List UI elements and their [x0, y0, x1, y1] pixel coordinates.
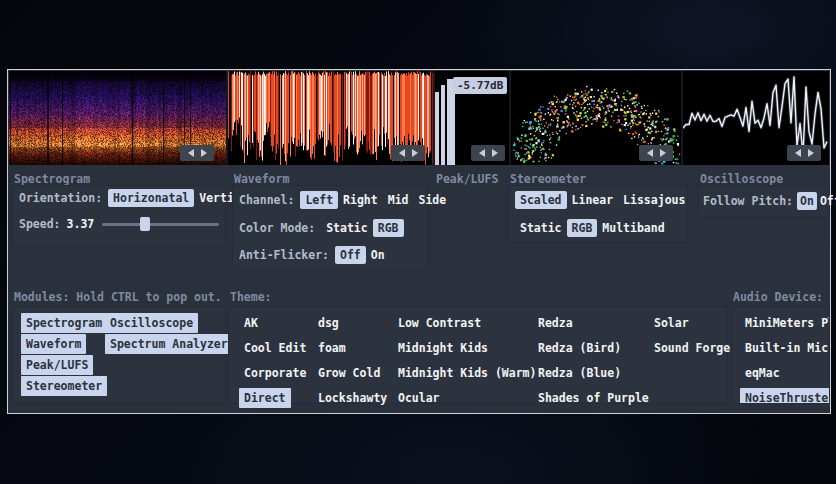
theme-item-lockshawty[interactable]: Lockshawty: [313, 388, 392, 408]
waveform-options-group: Channel: Left Right Mid Side Color Mode:…: [232, 185, 428, 269]
orientation-horizontal-option[interactable]: Horizonatal: [108, 189, 194, 207]
theme-column-4: Redza Redza (Bird) Redza (Blue) Shades o…: [533, 313, 654, 413]
theme-item-ak[interactable]: AK: [239, 313, 263, 333]
oscilloscope-section-title: Oscilloscope: [700, 172, 783, 186]
theme-item-direct[interactable]: Direct: [239, 388, 291, 408]
channel-mid-option[interactable]: Mid: [383, 191, 414, 209]
audio-device-minimeters-plugin[interactable]: MiniMeters Plugin: [740, 313, 830, 333]
next-arrow-icon[interactable]: [660, 149, 666, 157]
theme-item-midnight-kids-warm[interactable]: Midnight Kids (Warm): [393, 363, 541, 383]
theme-item-midnight-kids[interactable]: Midnight Kids: [393, 338, 493, 358]
visualization-strip: -5.77dB: [9, 71, 829, 165]
modules-column-1: Spectrogram Waveform Peak/LUFS Stereomet…: [21, 313, 107, 397]
stereometer-nav[interactable]: [639, 145, 673, 161]
prev-arrow-icon[interactable]: [479, 149, 485, 157]
stereometer-lissajous-option[interactable]: Lissajous: [618, 191, 690, 209]
color-mode-rgb-option[interactable]: RGB: [373, 219, 404, 237]
prev-arrow-icon[interactable]: [399, 149, 405, 157]
theme-item-redza-bird[interactable]: Redza (Bird): [533, 338, 626, 358]
spectrogram-options-group: Orientation: Horizonatal Vertical Speed:…: [12, 185, 226, 247]
waveform-nav[interactable]: [391, 145, 425, 161]
module-button-peak-lufs[interactable]: Peak/LUFS: [21, 355, 93, 375]
speed-value: 3.37: [67, 217, 95, 231]
speed-slider-thumb[interactable]: [140, 217, 150, 231]
anti-flicker-label: Anti-Flicker:: [239, 248, 329, 262]
audio-device-eqmac[interactable]: eqMac: [740, 363, 785, 383]
stereometer-static-option[interactable]: Static: [515, 219, 567, 237]
module-button-stereometer[interactable]: Stereometer: [21, 376, 107, 396]
theme-item-redza[interactable]: Redza: [533, 313, 578, 333]
theme-item-solar[interactable]: Solar: [649, 313, 694, 333]
audio-device-built-in-microphone[interactable]: Built-in Microphone: [740, 338, 830, 358]
next-arrow-icon[interactable]: [492, 149, 498, 157]
speed-label: Speed:: [19, 217, 61, 231]
follow-pitch-on-option[interactable]: On: [797, 192, 817, 210]
follow-pitch-label: Follow Pitch:: [703, 194, 793, 208]
stereometer-section-title: Stereometer: [510, 172, 586, 186]
module-button-spectrum-analyzer[interactable]: Spectrum Analyzer: [105, 334, 233, 354]
peak-meter-bar: [435, 92, 439, 165]
prev-arrow-icon[interactable]: [647, 149, 653, 157]
stereometer-options-group: Scaled Linear Lissajous Static RGB Multi…: [508, 185, 688, 243]
stereometer-multiband-option[interactable]: Multiband: [597, 219, 669, 237]
peak-lufs-nav[interactable]: [471, 145, 505, 161]
channel-side-option[interactable]: Side: [414, 191, 452, 209]
peak-meter-bar: [441, 85, 445, 165]
theme-item-ocular[interactable]: Ocular: [393, 388, 445, 408]
audio-device-noisethruster[interactable]: NoiseThruster: [740, 388, 830, 404]
follow-pitch-off-option[interactable]: Off: [817, 192, 836, 210]
module-button-spectrogram[interactable]: Spectrogram: [21, 313, 107, 333]
theme-column-1: AK Cool Edit Corporate Direct: [239, 313, 311, 413]
channel-left-option[interactable]: Left: [300, 191, 338, 209]
speed-slider[interactable]: [102, 217, 219, 231]
theme-item-redza-blue[interactable]: Redza (Blue): [533, 363, 626, 383]
theme-item-foam[interactable]: foam: [313, 338, 351, 358]
theme-column-2: dsg foam Grow Cold Lockshawty: [313, 313, 392, 413]
module-button-waveform[interactable]: Waveform: [21, 334, 86, 354]
peak-lufs-section-title: Peak/LUFS: [436, 172, 498, 186]
next-arrow-icon[interactable]: [412, 149, 418, 157]
spectrogram-nav[interactable]: [180, 145, 214, 161]
spectrogram-section-title: Spectrogram: [14, 172, 90, 186]
oscilloscope-nav[interactable]: [787, 145, 821, 161]
audio-device-group: MiniMeters Plugin Built-in Microphone eq…: [731, 306, 830, 404]
theme-group: AK Cool Edit Corporate Direct dsg foam G…: [228, 306, 728, 404]
peak-db-readout: -5.77dB: [453, 77, 507, 94]
theme-item-corporate[interactable]: Corporate: [239, 363, 311, 383]
anti-flicker-off-option[interactable]: Off: [335, 246, 366, 264]
oscilloscope-options-group: Follow Pitch: On Off: [698, 185, 830, 217]
anti-flicker-on-option[interactable]: On: [366, 246, 390, 264]
theme-column-3: Low Contrast Midnight Kids Midnight Kids…: [393, 313, 541, 413]
theme-column-5: Solar Sound Forge: [649, 313, 735, 363]
channel-right-option[interactable]: Right: [338, 191, 383, 209]
theme-item-cool-edit[interactable]: Cool Edit: [239, 338, 311, 358]
minimeters-settings-window: -5.77dB Spectrogram Orientation: H: [7, 69, 831, 414]
modules-group: Spectrogram Waveform Peak/LUFS Stereomet…: [12, 306, 226, 404]
speed-slider-track[interactable]: [102, 223, 219, 226]
theme-item-low-contrast[interactable]: Low Contrast: [393, 313, 486, 333]
theme-item-grow-cold[interactable]: Grow Cold: [313, 363, 385, 383]
stereometer-rgb-option[interactable]: RGB: [567, 219, 598, 237]
modules-column-2: Oscilloscope Spectrum Analyzer: [105, 313, 233, 355]
theme-item-sound-forge[interactable]: Sound Forge: [649, 338, 735, 358]
theme-item-dsg[interactable]: dsg: [313, 313, 344, 333]
spectrogram-module[interactable]: [9, 71, 226, 165]
theme-item-shades-of-purple[interactable]: Shades of Purple: [533, 388, 654, 408]
stereometer-scaled-option[interactable]: Scaled: [515, 191, 567, 209]
next-arrow-icon[interactable]: [808, 149, 814, 157]
modules-section-title: Modules: Hold CTRL to pop out.: [14, 290, 222, 304]
next-arrow-icon[interactable]: [201, 149, 207, 157]
waveform-section-title: Waveform: [234, 172, 289, 186]
module-button-oscilloscope[interactable]: Oscilloscope: [105, 313, 198, 333]
peak-lufs-module[interactable]: -5.77dB: [435, 71, 509, 165]
color-mode-label: Color Mode:: [239, 221, 315, 235]
theme-section-title: Theme:: [230, 290, 272, 304]
prev-arrow-icon[interactable]: [795, 149, 801, 157]
channel-label: Channel:: [239, 193, 294, 207]
waveform-module[interactable]: [228, 71, 433, 165]
stereometer-linear-option[interactable]: Linear: [567, 191, 619, 209]
color-mode-static-option[interactable]: Static: [321, 219, 373, 237]
stereometer-module[interactable]: [511, 71, 681, 165]
oscilloscope-module[interactable]: [683, 71, 829, 165]
prev-arrow-icon[interactable]: [188, 149, 194, 157]
